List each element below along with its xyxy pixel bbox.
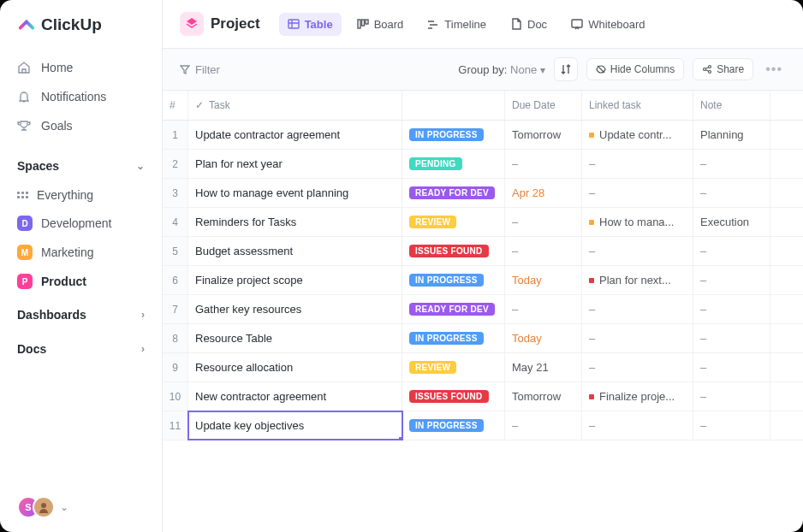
status-cell[interactable]: PENDING: [402, 150, 505, 178]
due-cell[interactable]: –: [505, 208, 582, 236]
note-cell[interactable]: –: [693, 179, 770, 207]
status-cell[interactable]: IN PROGRESS: [402, 121, 505, 149]
linked-cell[interactable]: –: [582, 150, 693, 178]
col-linked[interactable]: Linked task: [582, 91, 693, 120]
space-everything[interactable]: Everything: [0, 181, 162, 209]
chevron-down-icon[interactable]: ⌄: [60, 501, 68, 513]
linked-cell[interactable]: –: [582, 295, 693, 323]
status-cell[interactable]: IN PROGRESS: [402, 411, 505, 440]
linked-dot-icon: [589, 278, 594, 283]
status-cell[interactable]: REVIEW: [402, 353, 505, 381]
linked-cell[interactable]: –: [582, 324, 693, 352]
linked-cell[interactable]: Finalize proje...: [582, 382, 693, 411]
logo[interactable]: ClickUp: [0, 0, 162, 46]
view-tab-whiteboard[interactable]: Whiteboard: [562, 13, 653, 36]
task-cell[interactable]: Update key objectives: [188, 411, 402, 440]
view-tab-table[interactable]: Table: [279, 13, 342, 36]
more-button[interactable]: •••: [762, 62, 786, 77]
task-cell[interactable]: How to manage event planning: [188, 179, 402, 207]
task-cell[interactable]: New contractor agreement: [188, 382, 402, 411]
view-tab-doc[interactable]: Doc: [502, 13, 556, 36]
task-cell[interactable]: Resource Table: [188, 324, 402, 352]
status-cell[interactable]: ISSUES FOUND: [402, 382, 505, 411]
avatar-user-2[interactable]: [33, 496, 55, 518]
table-row[interactable]: 10 New contractor agreement ISSUES FOUND…: [163, 382, 803, 411]
due-cell[interactable]: –: [505, 237, 582, 265]
table-row[interactable]: 6 Finalize project scope IN PROGRESS Tod…: [163, 266, 803, 295]
due-cell[interactable]: May 21: [505, 353, 582, 381]
due-cell[interactable]: –: [505, 411, 582, 440]
linked-cell[interactable]: How to mana...: [582, 208, 693, 236]
task-cell[interactable]: Budget assessment: [188, 237, 402, 265]
linked-cell[interactable]: –: [582, 411, 693, 440]
filter-button[interactable]: Filter: [180, 63, 220, 76]
row-number: 4: [163, 208, 188, 236]
table-row[interactable]: 2 Plan for next year PENDING – – –: [163, 150, 803, 179]
task-cell[interactable]: Update contractor agreement: [188, 121, 402, 149]
col-due[interactable]: Due Date: [505, 91, 582, 120]
table-row[interactable]: 11 Update key objectives IN PROGRESS – –…: [163, 411, 803, 440]
view-tab-timeline[interactable]: Timeline: [419, 13, 495, 36]
nav-goals[interactable]: Goals: [0, 111, 162, 140]
note-cell[interactable]: –: [693, 353, 770, 381]
due-cell[interactable]: –: [505, 150, 582, 178]
due-cell[interactable]: Apr 28: [505, 179, 582, 207]
col-status[interactable]: [402, 91, 505, 120]
task-cell[interactable]: Resource allocation: [188, 353, 402, 381]
col-task[interactable]: ✓ Task: [188, 91, 402, 120]
group-by-value: None: [510, 63, 537, 76]
space-item-marketing[interactable]: MMarketing: [0, 238, 162, 267]
due-cell[interactable]: –: [505, 295, 582, 323]
nav-home[interactable]: Home: [0, 53, 162, 82]
table-row[interactable]: 9 Resource allocation REVIEW May 21 – –: [163, 353, 803, 382]
note-cell[interactable]: –: [693, 295, 770, 323]
status-cell[interactable]: IN PROGRESS: [402, 324, 505, 352]
table-row[interactable]: 1 Update contractor agreement IN PROGRES…: [163, 121, 803, 150]
note-cell[interactable]: Planning: [693, 121, 770, 149]
note-cell[interactable]: –: [693, 382, 770, 411]
space-item-development[interactable]: DDevelopment: [0, 209, 162, 238]
due-cell[interactable]: Tomorrow: [505, 382, 582, 411]
svg-point-0: [41, 503, 46, 508]
hide-columns-button[interactable]: Hide Columns: [586, 58, 684, 80]
space-item-product[interactable]: PProduct: [0, 267, 162, 296]
table-row[interactable]: 5 Budget assessment ISSUES FOUND – – –: [163, 237, 803, 266]
linked-cell[interactable]: –: [582, 179, 693, 207]
view-tab-board[interactable]: Board: [348, 13, 413, 36]
task-cell[interactable]: Gather key resources: [188, 295, 402, 323]
table-row[interactable]: 7 Gather key resources READY FOR DEV – –…: [163, 295, 803, 324]
due-cell[interactable]: Today: [505, 266, 582, 294]
linked-cell[interactable]: Plan for next...: [582, 266, 693, 294]
linked-cell[interactable]: Update contr...: [582, 121, 693, 149]
note-cell[interactable]: –: [693, 411, 770, 440]
table-row[interactable]: 3 How to manage event planning READY FOR…: [163, 179, 803, 208]
note-cell[interactable]: Execution: [693, 208, 770, 236]
col-num[interactable]: #: [163, 91, 188, 120]
task-cell[interactable]: Finalize project scope: [188, 266, 402, 294]
status-cell[interactable]: ISSUES FOUND: [402, 237, 505, 265]
note-cell[interactable]: –: [693, 150, 770, 178]
linked-cell[interactable]: –: [582, 237, 693, 265]
status-cell[interactable]: IN PROGRESS: [402, 266, 505, 294]
note-cell[interactable]: –: [693, 324, 770, 352]
sort-button[interactable]: [554, 57, 578, 81]
share-button[interactable]: Share: [693, 58, 753, 80]
docs-header[interactable]: Docs ›: [0, 330, 162, 364]
note-cell[interactable]: –: [693, 266, 770, 294]
nav-notifications[interactable]: Notifications: [0, 82, 162, 111]
task-cell[interactable]: Plan for next year: [188, 150, 402, 178]
linked-cell[interactable]: –: [582, 353, 693, 381]
due-cell[interactable]: Today: [505, 324, 582, 352]
note-cell[interactable]: –: [693, 237, 770, 265]
status-cell[interactable]: READY FOR DEV: [402, 295, 505, 323]
spaces-header[interactable]: Spaces ⌄: [0, 147, 162, 181]
due-cell[interactable]: Tomorrow: [505, 121, 582, 149]
col-note[interactable]: Note: [693, 91, 770, 120]
table-row[interactable]: 4 Reminders for Tasks REVIEW – How to ma…: [163, 208, 803, 237]
dashboards-header[interactable]: Dashboards ›: [0, 296, 162, 330]
task-cell[interactable]: Reminders for Tasks: [188, 208, 402, 236]
status-cell[interactable]: REVIEW: [402, 208, 505, 236]
status-cell[interactable]: READY FOR DEV: [402, 179, 505, 207]
table-row[interactable]: 8 Resource Table IN PROGRESS Today – –: [163, 324, 803, 353]
group-by-selector[interactable]: Group by: None ▾: [458, 63, 544, 76]
